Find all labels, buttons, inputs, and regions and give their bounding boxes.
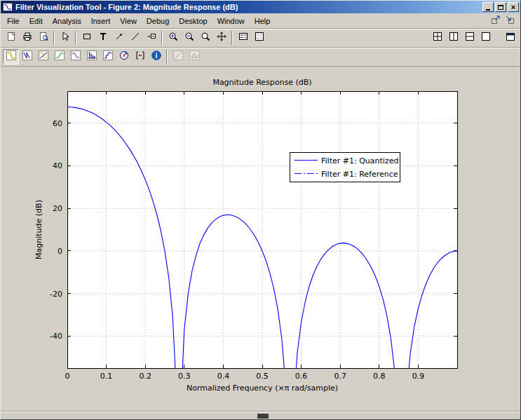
data-cursor-icon <box>146 31 157 45</box>
magnitude-response-icon <box>6 50 17 64</box>
rectangle-button[interactable] <box>79 30 95 46</box>
menu-file[interactable]: File <box>2 14 25 28</box>
dock-icon <box>504 14 515 28</box>
grid-toggle-button[interactable] <box>251 30 267 46</box>
x-tick-label: 0.7 <box>334 372 346 381</box>
arrow-button[interactable] <box>111 30 127 46</box>
full-view-icon <box>216 31 227 45</box>
y-tick-label: 0 <box>57 247 62 256</box>
legend[interactable]: Filter #1: QuantizedFilter #1: Reference <box>290 153 400 182</box>
menu-view[interactable]: View <box>115 14 142 28</box>
x-tick-label: 0.6 <box>295 372 308 381</box>
magnitude-phase-button[interactable] <box>35 49 51 65</box>
impulse-response-icon <box>86 50 97 64</box>
line-button[interactable] <box>127 30 143 46</box>
menu-desktop[interactable]: Desktop <box>174 14 212 28</box>
tile-single-button[interactable] <box>478 30 494 46</box>
close-button[interactable]: × <box>508 2 519 12</box>
menu-help[interactable]: Help <box>250 14 276 28</box>
magnitude-response-plot[interactable]: 00.10.20.30.40.50.60.70.80.9-40-20020406… <box>1 71 519 395</box>
print-icon <box>22 31 33 45</box>
undock-button[interactable] <box>489 15 502 27</box>
menu-insert[interactable]: Insert <box>86 14 116 28</box>
y-tick-label: 20 <box>53 204 62 213</box>
tile-grid-icon <box>432 31 443 45</box>
minimize-button[interactable] <box>482 2 494 12</box>
phase-delay-icon <box>70 50 81 64</box>
tile-single-icon <box>480 31 492 45</box>
filter-coefficients-button[interactable] <box>132 49 148 65</box>
filter-coefficients-icon <box>135 50 146 64</box>
x-tick-label: 0.3 <box>178 372 191 381</box>
tile-horizontal-button[interactable] <box>461 30 478 46</box>
text-button[interactable] <box>95 30 111 46</box>
grid-toggle-icon <box>254 31 265 45</box>
magnitude-response-button[interactable] <box>3 49 19 65</box>
x-tick-label: 0.9 <box>412 372 425 381</box>
legend-toggle-button[interactable] <box>235 30 251 46</box>
legend-toggle-icon <box>238 31 249 45</box>
x-tick-label: 0 <box>65 372 70 381</box>
edit-plot-icon <box>60 31 71 45</box>
x-axis-label: Normalized Frequency (×π rad/sample) <box>187 384 338 393</box>
edit-plot-button[interactable] <box>57 30 73 46</box>
group-delay-icon <box>54 50 65 64</box>
magnitude-phase-icon <box>38 50 49 64</box>
new-figure-button[interactable] <box>3 30 19 46</box>
legend-entry-label: Filter #1: Quantized <box>321 156 398 165</box>
menu-debug[interactable]: Debug <box>142 14 174 28</box>
zoom-out-button[interactable] <box>181 30 197 46</box>
new-figure-icon <box>6 31 17 45</box>
tile-grid-button[interactable] <box>429 30 445 46</box>
x-tick-label: 0.8 <box>373 372 386 381</box>
impulse-response-button[interactable] <box>83 49 100 65</box>
maximize-icon <box>498 5 503 10</box>
filter-info-button[interactable] <box>148 49 164 65</box>
print-button[interactable] <box>19 30 35 46</box>
tile-vertical-button[interactable] <box>445 30 461 46</box>
float-window-button[interactable] <box>502 30 518 46</box>
app-icon <box>2 2 13 12</box>
pole-zero-button[interactable] <box>116 49 132 65</box>
figure-area: 00.10.20.30.40.50.60.70.80.9-40-20020406… <box>1 67 520 411</box>
rectangle-icon <box>81 31 93 45</box>
window-title: Filter Visualization Tool - Figure 2: Ma… <box>13 3 481 11</box>
print-preview-button[interactable] <box>35 30 51 46</box>
menu-analysis[interactable]: Analysis <box>48 14 86 28</box>
bottom-edge <box>1 411 520 419</box>
dock-button[interactable] <box>503 15 516 27</box>
y-tick-label: 60 <box>53 119 62 128</box>
menu-right-icons <box>488 15 519 27</box>
analysis-toolbar <box>1 48 520 67</box>
x-tick-label: 0.2 <box>139 372 151 381</box>
data-cursor-button[interactable] <box>143 30 159 46</box>
zoom-in-button[interactable] <box>165 30 181 46</box>
analysis-parameters-button <box>186 49 202 65</box>
minimize-icon <box>486 9 490 11</box>
zoom-reset-button[interactable] <box>197 30 213 46</box>
y-tick-label: -20 <box>50 290 62 299</box>
phase-response-button[interactable] <box>19 49 35 65</box>
toolbar-separator <box>161 31 163 45</box>
maximize-button[interactable] <box>495 2 506 12</box>
step-response-button[interactable] <box>100 49 116 65</box>
group-delay-button[interactable] <box>51 49 67 65</box>
tile-vertical-icon <box>448 31 459 45</box>
main-toolbar-right <box>429 30 518 46</box>
overlay-analysis-icon <box>172 50 184 64</box>
full-view-button[interactable] <box>213 30 229 46</box>
overlay-analysis-button <box>170 49 186 65</box>
undock-icon <box>490 14 501 28</box>
text-icon <box>97 31 109 45</box>
phase-delay-button[interactable] <box>67 49 83 65</box>
fvtool-window: Filter Visualization Tool - Figure 2: Ma… <box>0 0 521 420</box>
plot-area[interactable] <box>67 91 457 368</box>
zoom-reset-icon <box>200 31 211 45</box>
menu-bar: FileEditAnalysisInsertViewDebugDesktopWi… <box>1 13 520 29</box>
menu-edit[interactable]: Edit <box>25 14 48 28</box>
menu-window[interactable]: Window <box>212 14 250 28</box>
line-icon <box>130 31 141 45</box>
print-preview-icon <box>38 31 49 45</box>
phase-response-icon <box>22 50 33 64</box>
title-bar[interactable]: Filter Visualization Tool - Figure 2: Ma… <box>1 1 520 13</box>
